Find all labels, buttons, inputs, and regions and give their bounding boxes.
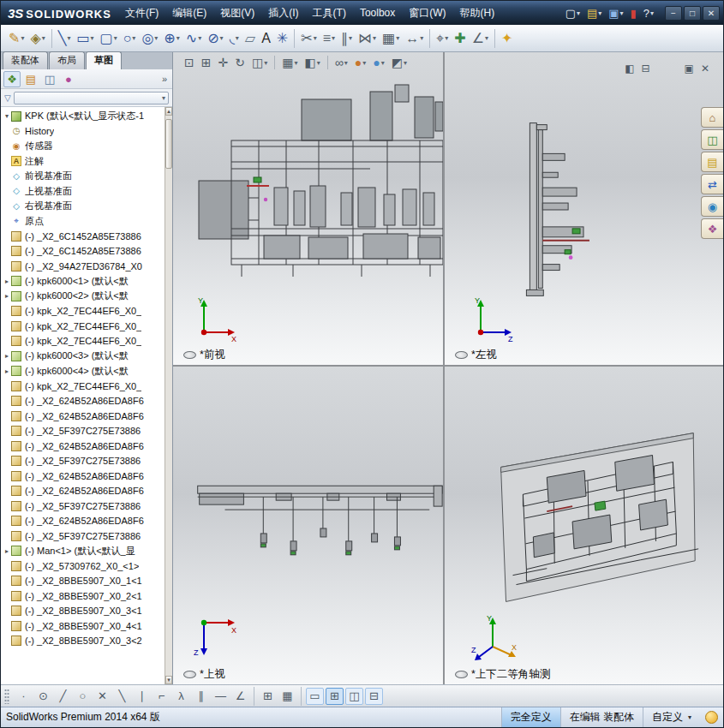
tree-item[interactable]: (-) kpk_X2_7EC44EF6_X0_ [3,304,165,319]
snap-intersection-button[interactable]: ✕ [93,688,111,705]
help-button[interactable]: ?▾ [641,5,656,21]
display-manager-tab-button[interactable]: ● [60,71,77,87]
design-library-button[interactable]: ◫ [701,129,723,150]
viewport-front-quad[interactable]: Y X *前视 [173,52,443,365]
line-button[interactable]: ╲▾ [56,27,74,50]
expander-icon[interactable]: ▸ [3,547,11,555]
four-viewport-button[interactable]: ⊞ [326,688,344,705]
offset-entities-button[interactable]: ∥▾ [338,27,355,50]
snap-nearest-button[interactable]: ╲ [113,688,131,705]
menu-help[interactable]: 帮助(H) [453,1,502,25]
menu-toolbox[interactable]: Toolbox [353,1,402,25]
tree-item[interactable]: ◉传感器 [3,139,165,154]
tab-layout[interactable]: 布局 [49,51,85,69]
single-viewport-button[interactable]: ▭ [306,688,324,705]
save-button[interactable]: ▣▾ [606,5,625,21]
repair-sketch-button[interactable]: ✚ [452,27,468,50]
two-viewport-vertical-button[interactable]: ◫ [345,688,363,705]
snap-vertical-button[interactable]: ∣ [133,688,151,705]
spiral-button[interactable]: ◎▾ [139,27,160,50]
menu-tools[interactable]: 工具(T) [306,1,353,25]
filter-dropdown[interactable]: ▾ [14,92,169,104]
scrollbar-track[interactable] [165,116,172,676]
tree-item[interactable]: A注解 [3,154,165,170]
tree-item[interactable]: ▸(-) kpk6000<1> (默认<默 [3,274,165,289]
snap-circle-button[interactable]: ○ [74,688,92,705]
tree-scrollbar[interactable]: ▲ ▼ [165,107,172,684]
slot-button[interactable]: ▢▾ [98,27,120,50]
grid-snap-button[interactable]: ⊞ [259,688,277,705]
tab-sketch[interactable]: 草图 [86,51,122,69]
point-button[interactable]: ✳ [274,27,290,50]
hide-show-items-button[interactable]: ∞▾ [332,54,350,71]
tree-item[interactable]: (-) _X2_5F397C275E73886 [3,528,165,544]
appearances-button[interactable]: ◉ [701,196,723,217]
viewport-top-quad[interactable]: X Z *上视 [173,367,443,684]
trim-entities-button[interactable]: ✂▾ [298,27,319,50]
property-manager-tab-button[interactable]: ▤ [22,71,39,87]
scroll-up-icon[interactable]: ▲ [165,107,172,116]
pane-display-button[interactable]: ⊟ [642,63,650,75]
tree-item[interactable]: (-) kpk_X2_7EC44EF6_X0_ [3,334,165,349]
apply-scene-button[interactable]: ●▾ [370,54,386,71]
rectangle-button[interactable]: ▭▾ [74,27,96,50]
display-style-button[interactable]: ◧▾ [302,54,322,71]
popout-pane-button[interactable]: ▣ [685,63,694,75]
tree-item[interactable]: (-) _X2_624B52A86EDA8F6 [3,394,165,409]
home-button[interactable]: ⌂ [701,107,723,128]
linear-pattern-button[interactable]: ▦▾ [380,27,402,50]
sketch-button[interactable]: ✎▾ [6,27,27,50]
tree-item[interactable]: ◇右视基准面 [3,199,165,214]
status-toggle-button[interactable]: ▮ [628,5,639,21]
tree-item[interactable]: (-) _X2_6C1452A85E73886 [3,229,165,244]
tree-item[interactable]: (-) kpk_X2_7EC44EF6_X0_ [3,319,165,334]
perimeter-circle-button[interactable]: ⊕▾ [161,27,182,50]
tree-item[interactable]: ◇前视基准面 [3,169,165,184]
tree-item[interactable]: (-) _X2_624B52A86EDA8F6 [3,484,165,499]
menu-edit[interactable]: 编辑(E) [165,1,213,25]
close-button[interactable]: ✕ [703,6,720,21]
tree-item[interactable]: ▸(-) kpk6000<3> (默认<默 [3,349,165,364]
grid-settings-button[interactable]: ▦ [278,688,296,705]
section-view-button[interactable]: ◫▾ [249,54,270,71]
tree-item[interactable]: (-) _X2_624B52A86EDA8F6 [3,439,165,454]
snap-angle-button[interactable]: ∠ [231,688,249,705]
snap-horizontal-button[interactable]: — [212,688,230,705]
tab-assembly[interactable]: 装配体 [3,51,48,69]
file-explorer-button[interactable]: ▤ [701,152,723,172]
tree-root[interactable]: ▾ KPK (默认<默认_显示状态-1 [3,109,165,124]
expander-icon[interactable]: ▾ [3,112,11,120]
snap-center-button[interactable]: ⊙ [34,688,52,705]
tree-item[interactable]: (-) _X2_624B52A86EDA8F6 [3,514,165,529]
maximize-button[interactable]: □ [684,6,701,21]
text-button[interactable]: A [259,27,273,50]
smart-dimension-button[interactable]: ◈▾ [27,27,47,50]
configuration-manager-tab-button[interactable]: ◫ [41,71,58,87]
quick-tip-icon[interactable] [705,711,718,724]
menu-view[interactable]: 视图(V) [213,1,261,25]
snap-tangent-button[interactable]: λ [172,688,190,705]
new-document-button[interactable]: ▢▾ [563,5,583,21]
custom-dropdown[interactable]: 自定义 ▾ [643,707,700,727]
scroll-down-icon[interactable]: ▼ [165,676,172,684]
tree-item[interactable]: (-) _X2_6C1452A85E73886 [3,244,165,260]
tree-item[interactable]: (-) _X2_8BBE5907_X0_3<2 [3,634,165,649]
two-viewport-horizontal-button[interactable]: ⊟ [365,688,383,705]
quick-snaps-button[interactable]: ∠▾ [470,27,491,50]
view-orientation-button[interactable]: ▦▾ [279,54,300,71]
split-pane-button[interactable]: ◧ [625,63,634,75]
move-entities-button[interactable]: ↔▾ [403,27,426,50]
display-relations-button[interactable]: ⌖▾ [434,27,451,50]
filter-icon[interactable]: ▽ [4,93,11,103]
tree-item[interactable]: ◇上视基准面 [3,184,165,200]
tree-item[interactable]: (-) _X2_8BBE5907_X0_4<1 [3,618,165,634]
menu-insert[interactable]: 插入(I) [261,1,305,25]
rotate-view-button[interactable]: ↻ [232,54,248,71]
snap-parallel-button[interactable]: ∥ [192,688,210,705]
menu-window[interactable]: 窗口(W) [402,1,452,25]
feature-manager-tab-button[interactable]: ❖ [3,71,21,87]
expander-icon[interactable]: ▸ [3,292,11,300]
pan-button[interactable]: ✛ [215,54,230,71]
open-document-button[interactable]: ▤▾ [584,5,604,21]
tree-item[interactable]: (-) _X2_5F397C275E73886 [3,454,165,469]
